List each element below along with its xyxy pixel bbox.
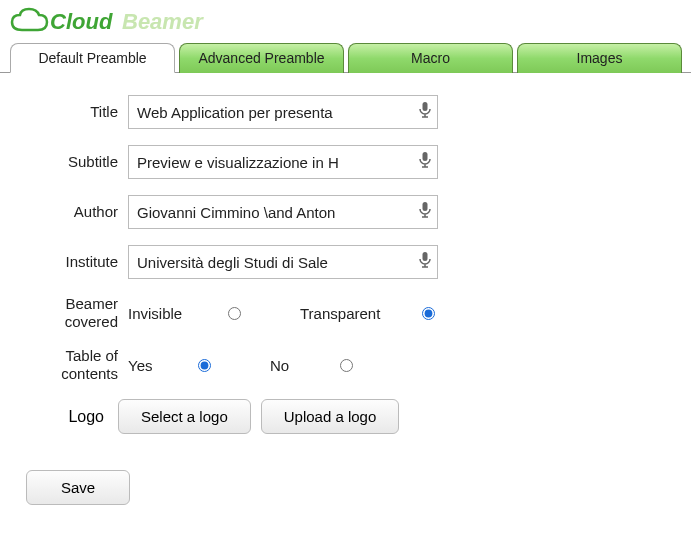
svg-text:Cloud: Cloud: [50, 9, 113, 34]
form-pane: Title Subtitle Author Institute: [0, 73, 691, 515]
no-option-label: No: [270, 357, 318, 374]
logo-label: Logo: [20, 408, 108, 426]
select-logo-button[interactable]: Select a logo: [118, 399, 251, 434]
tab-macro[interactable]: Macro: [348, 43, 513, 73]
upload-logo-button[interactable]: Upload a logo: [261, 399, 400, 434]
invisible-option-label: Invisible: [128, 305, 206, 322]
svg-rect-4: [423, 202, 428, 211]
transparent-option-label: Transparent: [300, 305, 400, 322]
no-radio[interactable]: [340, 359, 353, 372]
tab-bar: Default Preamble Advanced Preamble Macro…: [0, 40, 691, 73]
yes-radio[interactable]: [198, 359, 211, 372]
institute-label: Institute: [20, 253, 128, 271]
app-logo: Cloud Beamer: [0, 0, 691, 40]
subtitle-label: Subtitle: [20, 153, 128, 171]
mic-icon[interactable]: [418, 251, 432, 273]
subtitle-input[interactable]: [128, 145, 438, 179]
mic-icon[interactable]: [418, 151, 432, 173]
author-input[interactable]: [128, 195, 438, 229]
title-input[interactable]: [128, 95, 438, 129]
mic-icon[interactable]: [418, 201, 432, 223]
tab-advanced-preamble[interactable]: Advanced Preamble: [179, 43, 344, 73]
svg-text:Beamer: Beamer: [122, 9, 204, 34]
yes-option-label: Yes: [128, 357, 176, 374]
covered-label: Beamer covered: [20, 295, 128, 331]
toc-label: Table of contents: [20, 347, 128, 383]
save-button[interactable]: Save: [26, 470, 130, 505]
institute-input[interactable]: [128, 245, 438, 279]
transparent-radio[interactable]: [422, 307, 435, 320]
tab-images[interactable]: Images: [517, 43, 682, 73]
svg-rect-2: [423, 102, 428, 111]
mic-icon[interactable]: [418, 101, 432, 123]
title-label: Title: [20, 103, 128, 121]
invisible-radio[interactable]: [228, 307, 241, 320]
author-label: Author: [20, 203, 128, 221]
svg-rect-5: [423, 252, 428, 261]
tab-default-preamble[interactable]: Default Preamble: [10, 43, 175, 73]
svg-rect-3: [423, 152, 428, 161]
